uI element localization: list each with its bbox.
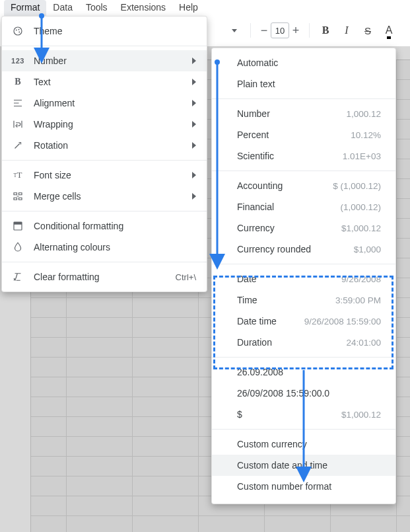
strikethrough-button[interactable]: S bbox=[359, 21, 377, 40]
number-item-time[interactable]: Time3:59:00 PM bbox=[212, 289, 395, 311]
number-item-duration[interactable]: Duration24:01:00 bbox=[212, 332, 395, 353]
number-123-icon: 123 bbox=[11, 54, 24, 67]
align-icon bbox=[11, 96, 24, 110]
menu-item-label: Alignment bbox=[34, 98, 183, 108]
menu-separator bbox=[212, 171, 395, 171]
menu-separator bbox=[212, 264, 395, 264]
caret-down-icon bbox=[232, 29, 237, 32]
menu-item-conditional-formatting[interactable]: Conditional formatting bbox=[2, 215, 207, 237]
number-item-label: Percent bbox=[237, 130, 351, 140]
number-item-plain-text[interactable]: Plain text bbox=[212, 73, 395, 95]
menubar-item-tools[interactable]: Tools bbox=[79, 0, 114, 16]
font-size-decrease[interactable]: − bbox=[257, 22, 271, 39]
number-item-custom-number-format[interactable]: Custom number format bbox=[212, 476, 395, 497]
text-color-button[interactable]: A bbox=[380, 21, 398, 40]
number-item-sample: $1,000 bbox=[354, 245, 381, 254]
number-item-label: Custom currency bbox=[237, 439, 381, 449]
menu-item-wrapping[interactable]: Wrapping bbox=[2, 114, 207, 135]
number-item-label: Date bbox=[237, 274, 341, 284]
number-item-financial[interactable]: Financial(1,000.12) bbox=[212, 196, 395, 217]
menu-item-text[interactable]: B Text bbox=[2, 71, 207, 93]
number-item-custom-currency[interactable]: Custom currency bbox=[212, 434, 395, 455]
number-item-sample: (1,000.12) bbox=[340, 202, 381, 212]
palette-icon bbox=[11, 24, 24, 38]
menu-separator bbox=[212, 429, 395, 430]
menu-separator bbox=[2, 46, 207, 46]
font-size-increase[interactable]: + bbox=[289, 22, 302, 39]
menubar-item-format[interactable]: Format bbox=[4, 0, 46, 16]
menu-separator bbox=[2, 160, 207, 161]
number-item-label: Time bbox=[237, 295, 335, 305]
menu-separator bbox=[2, 262, 207, 262]
number-item-date[interactable]: Date9/26/2008 bbox=[212, 268, 395, 289]
menu-item-alternating-colours[interactable]: Alternating colours bbox=[2, 237, 207, 258]
menu-item-label: Alternating colours bbox=[34, 242, 196, 252]
number-item-scientific[interactable]: Scientific1.01E+03 bbox=[212, 145, 395, 167]
bold-icon: B bbox=[322, 24, 329, 36]
font-size-icon: TT bbox=[11, 169, 24, 182]
number-item-label: Currency rounded bbox=[237, 244, 354, 254]
menu-item-merge-cells[interactable]: Merge cells bbox=[2, 186, 207, 207]
submenu-arrow-icon bbox=[192, 193, 196, 200]
submenu-arrow-icon bbox=[192, 121, 196, 128]
number-item-label: Custom date and time bbox=[237, 460, 381, 471]
drop-icon bbox=[11, 241, 24, 254]
menu-separator bbox=[2, 211, 207, 211]
number-item-automatic[interactable]: Automatic bbox=[212, 52, 395, 73]
number-item-custom-3[interactable]: $$1,000.12 bbox=[212, 404, 395, 425]
submenu-arrow-icon bbox=[192, 79, 196, 85]
number-item-date-time[interactable]: Date time9/26/2008 15:59:00 bbox=[212, 311, 395, 332]
number-item-currency[interactable]: Currency$1,000.12 bbox=[212, 217, 395, 239]
font-size-value[interactable]: 10 bbox=[271, 22, 289, 38]
menu-item-alignment[interactable]: Alignment bbox=[2, 93, 207, 114]
rotate-icon bbox=[11, 139, 24, 152]
bold-icon: B bbox=[11, 75, 24, 89]
number-item-custom-1[interactable]: 26.09.2008 bbox=[212, 361, 395, 383]
svg-point-2 bbox=[18, 29, 20, 30]
menu-item-rotation[interactable]: Rotation bbox=[2, 135, 207, 156]
menu-item-label: Rotation bbox=[34, 140, 183, 151]
number-item-label: Financial bbox=[237, 202, 340, 212]
menu-item-label: Conditional formatting bbox=[34, 221, 196, 231]
toolbar-dropdown[interactable] bbox=[225, 21, 244, 40]
menu-item-number[interactable]: 123 Number bbox=[2, 50, 207, 71]
number-item-sample: 10.12% bbox=[351, 130, 381, 140]
menubar-item-data[interactable]: Data bbox=[46, 0, 79, 16]
toolbar-separator bbox=[309, 23, 310, 38]
strikethrough-icon: S bbox=[364, 25, 371, 36]
menu-item-clear-formatting[interactable]: Clear formatting Ctrl+\ bbox=[2, 266, 207, 287]
submenu-arrow-icon bbox=[192, 172, 196, 178]
number-item-sample: 1.01E+03 bbox=[343, 151, 381, 161]
format-menu: Theme 123 Number B Text Alignment Wrappi… bbox=[1, 16, 207, 292]
number-item-label: Scientific bbox=[237, 151, 343, 161]
number-item-custom-date-time[interactable]: Custom date and time bbox=[212, 455, 395, 476]
italic-icon: I bbox=[345, 24, 348, 36]
number-item-label: Automatic bbox=[237, 57, 381, 68]
number-item-label: Date time bbox=[237, 316, 304, 326]
number-item-label: Duration bbox=[237, 337, 346, 348]
menu-item-font-size[interactable]: TT Font size bbox=[2, 165, 207, 186]
svg-point-1 bbox=[16, 30, 17, 31]
number-item-label: Currency bbox=[237, 223, 341, 233]
number-item-custom-2[interactable]: 26/09/2008 15:59:00.0 bbox=[212, 383, 395, 404]
menu-item-label: Theme bbox=[34, 26, 196, 36]
menu-item-label: Clear formatting bbox=[34, 272, 166, 282]
menu-item-theme[interactable]: Theme bbox=[2, 20, 207, 42]
number-item-label: $ bbox=[237, 409, 341, 420]
italic-button[interactable]: I bbox=[337, 21, 356, 40]
toolbar-separator bbox=[250, 23, 251, 38]
bold-button[interactable]: B bbox=[316, 21, 335, 40]
number-item-accounting[interactable]: Accounting$ (1,000.12) bbox=[212, 175, 395, 196]
number-item-currency-rounded[interactable]: Currency rounded$1,000 bbox=[212, 239, 395, 260]
merge-icon bbox=[11, 190, 24, 203]
submenu-arrow-icon bbox=[192, 57, 196, 64]
clear-format-icon bbox=[11, 270, 24, 284]
number-item-label: Custom number format bbox=[237, 481, 381, 492]
number-item-sample: $1,000.12 bbox=[341, 410, 381, 420]
font-size-stepper: − 10 + bbox=[257, 21, 302, 40]
menubar-item-help[interactable]: Help bbox=[172, 0, 205, 16]
number-item-percent[interactable]: Percent10.12% bbox=[212, 124, 395, 145]
number-item-sample: 24:01:00 bbox=[346, 338, 381, 348]
number-item-number[interactable]: Number1,000.12 bbox=[212, 103, 395, 124]
menubar-item-extensions[interactable]: Extensions bbox=[114, 0, 172, 16]
